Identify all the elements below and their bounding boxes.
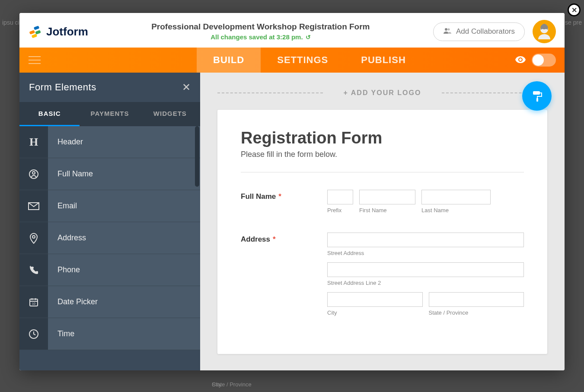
element-fullname[interactable]: Full Name — [19, 158, 200, 190]
element-time[interactable]: Time — [19, 318, 200, 350]
form-card: Registration Form Please fill in the for… — [217, 110, 547, 354]
tab-build[interactable]: BUILD — [197, 48, 261, 73]
mail-icon — [19, 190, 48, 222]
logo-icon — [28, 24, 43, 39]
tab-publish[interactable]: PUBLISH — [345, 48, 422, 73]
lastname-input[interactable] — [421, 190, 491, 204]
paint-roller-fab[interactable] — [522, 81, 552, 111]
sidebar-scrollbar[interactable] — [195, 126, 199, 187]
main-area: Form Elements ✕ BASIC PAYMENTS WIDGETS H… — [19, 73, 565, 370]
nav-tabs: BUILD SETTINGS PUBLISH — [197, 48, 422, 73]
element-list: H Header Full Name Email Address P — [19, 126, 200, 370]
tab-settings[interactable]: SETTINGS — [261, 48, 345, 73]
clock-icon — [19, 318, 48, 350]
prefix-input[interactable] — [327, 190, 353, 204]
fullname-label: Full Name* — [241, 190, 327, 214]
svg-rect-3 — [32, 34, 38, 38]
preview-icon[interactable] — [515, 55, 526, 65]
collab-label: Add Collaborators — [456, 27, 515, 36]
form-builder-modal: Jotform Professional Development Worksho… — [19, 13, 565, 370]
svg-rect-1 — [34, 25, 40, 30]
sidebar-tab-basic[interactable]: BASIC — [19, 102, 80, 126]
element-phone[interactable]: Phone — [19, 254, 200, 286]
background-footer: City State / Province — [95, 381, 498, 388]
firstname-sublabel: First Name — [359, 207, 415, 214]
brand-logo[interactable]: Jotform — [28, 24, 88, 39]
field-fullname[interactable]: Full Name* Prefix First Name — [241, 190, 524, 214]
sidebar-close-icon[interactable]: ✕ — [182, 81, 191, 93]
form-title[interactable]: Professional Development Workshop Regist… — [88, 22, 433, 32]
user-icon — [19, 158, 48, 190]
svg-point-11 — [32, 236, 35, 238]
address-label: Address* — [241, 233, 327, 316]
element-header[interactable]: H Header — [19, 126, 200, 158]
prefix-sublabel: Prefix — [327, 207, 353, 214]
form-canvas: + ADD YOUR LOGO Registration Form Please… — [200, 73, 565, 370]
people-icon — [443, 27, 452, 36]
form-subheading[interactable]: Please fill in the form below. — [241, 150, 524, 159]
sidebar-tab-payments[interactable]: PAYMENTS — [80, 102, 140, 126]
svg-rect-16 — [536, 98, 538, 102]
street2-input[interactable] — [327, 262, 524, 277]
publish-toggle[interactable] — [532, 54, 556, 67]
svg-rect-15 — [533, 91, 540, 95]
street2-sublabel: Street Address Line 2 — [327, 280, 524, 286]
undo-icon[interactable]: ↺ — [306, 34, 311, 41]
collab-area: Add Collaborators — [433, 20, 556, 43]
add-collaborators-button[interactable]: Add Collaborators — [433, 22, 525, 41]
close-modal-button[interactable]: ✕ — [568, 3, 581, 16]
pin-icon — [19, 222, 48, 254]
element-datepicker[interactable]: 10 Date Picker — [19, 286, 200, 318]
elements-sidebar: Form Elements ✕ BASIC PAYMENTS WIDGETS H… — [19, 73, 200, 370]
title-block: Professional Development Workshop Regist… — [88, 22, 433, 41]
divider — [241, 172, 524, 172]
menu-toggle[interactable] — [19, 48, 50, 73]
form-heading[interactable]: Registration Form — [241, 129, 524, 147]
street-sublabel: Street Address — [327, 250, 524, 256]
svg-point-5 — [447, 28, 450, 30]
svg-text:10: 10 — [32, 302, 35, 305]
street-input[interactable] — [327, 233, 524, 247]
save-status: All changes saved at 3:28 pm. ↺ — [211, 33, 310, 41]
user-avatar[interactable] — [533, 20, 556, 43]
lastname-sublabel: Last Name — [421, 207, 491, 214]
brand-name: Jotform — [46, 25, 88, 38]
sidebar-title: Form Elements — [29, 82, 96, 93]
topbar: Jotform Professional Development Worksho… — [19, 13, 565, 48]
svg-point-9 — [32, 172, 35, 174]
svg-rect-2 — [35, 30, 41, 34]
phone-icon — [19, 254, 48, 286]
sidebar-tabs: BASIC PAYMENTS WIDGETS — [19, 102, 200, 126]
sidebar-tab-widgets[interactable]: WIDGETS — [140, 102, 200, 126]
header-icon: H — [19, 126, 48, 158]
calendar-icon: 10 — [19, 286, 48, 318]
svg-rect-0 — [29, 30, 35, 34]
state-sublabel: State / Province — [429, 309, 524, 316]
add-logo-dropzone[interactable]: + ADD YOUR LOGO — [217, 86, 547, 110]
element-email[interactable]: Email — [19, 190, 200, 222]
main-nav: BUILD SETTINGS PUBLISH — [19, 48, 565, 73]
field-address[interactable]: Address* Street Address Street Address L… — [241, 233, 524, 316]
firstname-input[interactable] — [359, 190, 415, 204]
state-input[interactable] — [429, 292, 524, 307]
city-input[interactable] — [327, 292, 423, 307]
svg-point-4 — [445, 28, 447, 31]
city-sublabel: City — [327, 309, 423, 316]
element-address[interactable]: Address — [19, 222, 200, 254]
